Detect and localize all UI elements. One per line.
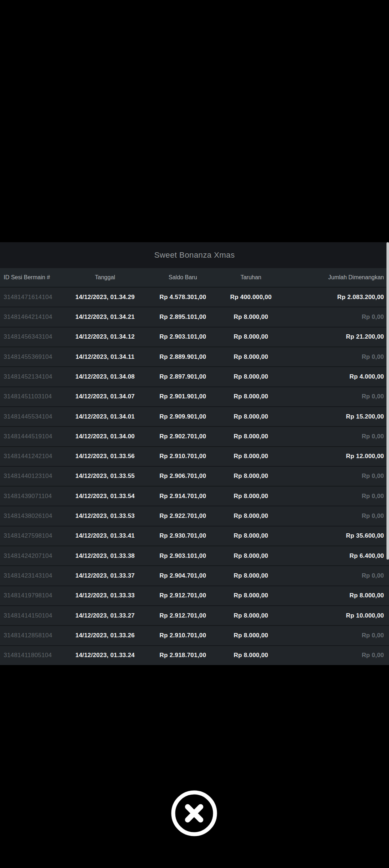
table-row: 31481439071104 14/12/2023, 01.33.54 Rp 2… — [0, 486, 389, 506]
table-row: 31481464214104 14/12/2023, 01.34.21 Rp 2… — [0, 307, 389, 326]
cell-jumlah-dimenangkan: Rp 35.600,00 — [288, 532, 389, 539]
cell-saldo-baru: Rp 2.906.701,00 — [152, 473, 214, 480]
table-row: 31481471614104 14/12/2023, 01.34.29 Rp 4… — [0, 287, 389, 307]
cell-session-id: 31481438026104 — [0, 512, 58, 520]
cell-taruhan: Rp 8.000,00 — [214, 373, 288, 380]
cell-session-id: 31481424207104 — [0, 552, 58, 560]
cell-tanggal: 14/12/2023, 01.33.24 — [58, 652, 152, 659]
cell-saldo-baru: Rp 2.914.701,00 — [152, 493, 214, 500]
cell-tanggal: 14/12/2023, 01.33.41 — [58, 532, 152, 539]
table-row: 31481414150104 14/12/2023, 01.33.27 Rp 2… — [0, 605, 389, 625]
cell-jumlah-dimenangkan: Rp 10.000,00 — [288, 612, 389, 619]
cell-taruhan: Rp 8.000,00 — [214, 612, 288, 619]
cell-tanggal: 14/12/2023, 01.33.26 — [58, 632, 152, 639]
cell-jumlah-dimenangkan: Rp 6.400,00 — [288, 552, 389, 560]
cell-taruhan: Rp 8.000,00 — [214, 313, 288, 321]
cell-taruhan: Rp 8.000,00 — [214, 592, 288, 599]
cell-taruhan: Rp 8.000,00 — [214, 453, 288, 460]
cell-saldo-baru: Rp 2.895.101,00 — [152, 313, 214, 321]
cell-saldo-baru: Rp 2.912.701,00 — [152, 592, 214, 599]
scrollbar-thumb[interactable] — [386, 242, 389, 560]
cell-saldo-baru: Rp 4.578.301,00 — [152, 294, 214, 301]
cell-jumlah-dimenangkan: Rp 2.083.200,00 — [288, 294, 389, 301]
cell-jumlah-dimenangkan: Rp 0,00 — [288, 493, 389, 500]
cell-tanggal: 14/12/2023, 01.34.08 — [58, 373, 152, 380]
cell-jumlah-dimenangkan: Rp 0,00 — [288, 572, 389, 579]
cell-session-id: 31481414150104 — [0, 612, 58, 619]
cell-session-id: 31481441242104 — [0, 453, 58, 460]
cell-session-id: 31481423143104 — [0, 572, 58, 579]
cell-saldo-baru: Rp 2.930.701,00 — [152, 532, 214, 539]
cell-taruhan: Rp 8.000,00 — [214, 632, 288, 639]
cell-session-id: 31481456343104 — [0, 333, 58, 340]
close-button[interactable] — [171, 790, 218, 837]
table-header-row: ID Sesi Bermain # Tanggal Saldo Baru Tar… — [0, 268, 389, 287]
game-history-modal: Sweet Bonanza Xmas ID Sesi Bermain # Tan… — [0, 242, 389, 665]
cell-taruhan: Rp 8.000,00 — [214, 512, 288, 520]
cell-jumlah-dimenangkan: Rp 15.200,00 — [288, 413, 389, 420]
cell-taruhan: Rp 8.000,00 — [214, 552, 288, 560]
cell-tanggal: 14/12/2023, 01.34.01 — [58, 413, 152, 420]
cell-taruhan: Rp 8.000,00 — [214, 413, 288, 420]
cell-saldo-baru: Rp 2.904.701,00 — [152, 572, 214, 579]
table-row: 31481445534104 14/12/2023, 01.34.01 Rp 2… — [0, 406, 389, 426]
cell-saldo-baru: Rp 2.903.101,00 — [152, 552, 214, 560]
table-row: 31481412858104 14/12/2023, 01.33.26 Rp 2… — [0, 625, 389, 645]
cell-tanggal: 14/12/2023, 01.33.37 — [58, 572, 152, 579]
cell-taruhan: Rp 8.000,00 — [214, 572, 288, 579]
cell-session-id: 31481419798104 — [0, 592, 58, 599]
cell-jumlah-dimenangkan: Rp 0,00 — [288, 393, 389, 400]
table-row: 31481456343104 14/12/2023, 01.34.12 Rp 2… — [0, 327, 389, 347]
cell-saldo-baru: Rp 2.912.701,00 — [152, 612, 214, 619]
cell-tanggal: 14/12/2023, 01.34.21 — [58, 313, 152, 321]
cell-jumlah-dimenangkan: Rp 0,00 — [288, 353, 389, 361]
cell-taruhan: Rp 8.000,00 — [214, 532, 288, 539]
x-circle-icon — [171, 790, 218, 837]
cell-taruhan: Rp 8.000,00 — [214, 473, 288, 480]
cell-session-id: 31481464214104 — [0, 313, 58, 321]
cell-session-id: 31481411805104 — [0, 652, 58, 659]
cell-tanggal: 14/12/2023, 01.33.56 — [58, 453, 152, 460]
cell-taruhan: Rp 8.000,00 — [214, 652, 288, 659]
cell-jumlah-dimenangkan: Rp 0,00 — [288, 632, 389, 639]
cell-saldo-baru: Rp 2.901.901,00 — [152, 393, 214, 400]
cell-jumlah-dimenangkan: Rp 21.200,00 — [288, 333, 389, 340]
cell-tanggal: 14/12/2023, 01.33.27 — [58, 612, 152, 619]
cell-tanggal: 14/12/2023, 01.34.00 — [58, 433, 152, 440]
modal-title: Sweet Bonanza Xmas — [154, 250, 235, 260]
cell-tanggal: 14/12/2023, 01.34.11 — [58, 353, 152, 361]
cell-saldo-baru: Rp 2.910.701,00 — [152, 632, 214, 639]
cell-session-id: 31481451103104 — [0, 393, 58, 400]
table-row: 31481427598104 14/12/2023, 01.33.41 Rp 2… — [0, 526, 389, 546]
cell-session-id: 31481445534104 — [0, 413, 58, 420]
cell-saldo-baru: Rp 2.918.701,00 — [152, 652, 214, 659]
cell-tanggal: 14/12/2023, 01.34.29 — [58, 294, 152, 301]
cell-saldo-baru: Rp 2.902.701,00 — [152, 433, 214, 440]
table-row: 31481455369104 14/12/2023, 01.34.11 Rp 2… — [0, 347, 389, 366]
cell-jumlah-dimenangkan: Rp 0,00 — [288, 652, 389, 659]
cell-jumlah-dimenangkan: Rp 4.000,00 — [288, 373, 389, 380]
cell-taruhan: Rp 8.000,00 — [214, 433, 288, 440]
cell-taruhan: Rp 8.000,00 — [214, 333, 288, 340]
table-row: 31481438026104 14/12/2023, 01.33.53 Rp 2… — [0, 506, 389, 525]
cell-tanggal: 14/12/2023, 01.33.38 — [58, 552, 152, 560]
cell-session-id: 31481471614104 — [0, 294, 58, 301]
cell-jumlah-dimenangkan: Rp 12.000,00 — [288, 453, 389, 460]
cell-taruhan: Rp 8.000,00 — [214, 493, 288, 500]
cell-session-id: 31481452134104 — [0, 373, 58, 380]
cell-session-id: 31481412858104 — [0, 632, 58, 639]
cell-jumlah-dimenangkan: Rp 8.000,00 — [288, 592, 389, 599]
cell-jumlah-dimenangkan: Rp 0,00 — [288, 313, 389, 321]
cell-saldo-baru: Rp 2.910.701,00 — [152, 453, 214, 460]
cell-tanggal: 14/12/2023, 01.33.55 — [58, 473, 152, 480]
cell-saldo-baru: Rp 2.897.901,00 — [152, 373, 214, 380]
table-body[interactable]: 31481471614104 14/12/2023, 01.34.29 Rp 4… — [0, 287, 389, 665]
header-jumlah-dimenangkan: Jumlah Dimenangkan — [288, 274, 389, 281]
header-taruhan: Taruhan — [214, 274, 288, 281]
table-row: 31481424207104 14/12/2023, 01.33.38 Rp 2… — [0, 546, 389, 565]
cell-taruhan: Rp 8.000,00 — [214, 353, 288, 361]
header-saldo-baru: Saldo Baru — [152, 274, 214, 281]
cell-saldo-baru: Rp 2.903.101,00 — [152, 333, 214, 340]
table-row: 31481451103104 14/12/2023, 01.34.07 Rp 2… — [0, 386, 389, 406]
cell-session-id: 31481439071104 — [0, 493, 58, 500]
